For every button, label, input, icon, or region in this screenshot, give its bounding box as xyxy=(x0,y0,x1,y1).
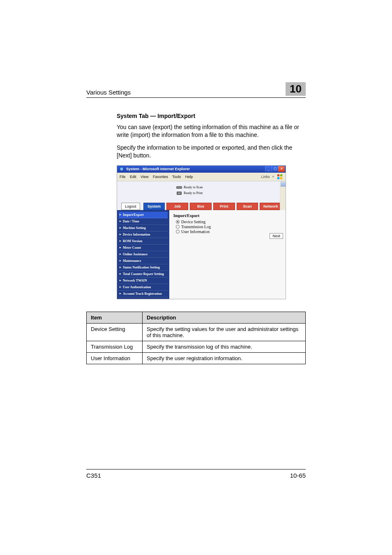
app-header-area: Ready to Scan Ready to Print Logout Syst… xyxy=(117,181,286,210)
table-header-description: Description xyxy=(143,312,306,323)
page-footer: C351 10-65 xyxy=(86,469,306,479)
svg-rect-1 xyxy=(277,174,279,176)
svg-rect-3 xyxy=(277,177,279,179)
scanner-icon xyxy=(176,185,182,190)
sidebar-item-import-export[interactable]: Import/Export xyxy=(119,212,168,218)
window-title: System - Microsoft Internet Explorer xyxy=(126,167,190,171)
option-device-setting[interactable]: Device Setting xyxy=(176,220,278,224)
sidebar-item-device-information[interactable]: Device Information xyxy=(119,231,168,238)
sidebar-item-maintenance[interactable]: Maintenance xyxy=(119,258,168,264)
next-button[interactable]: Next xyxy=(270,233,283,239)
radio-icon[interactable] xyxy=(176,230,180,234)
option-user-information[interactable]: User Information xyxy=(176,229,278,234)
svg-rect-2 xyxy=(280,174,282,176)
links-label[interactable]: Links xyxy=(261,175,270,179)
logout-button[interactable]: Logout xyxy=(121,203,140,210)
radio-icon[interactable] xyxy=(176,225,180,229)
minimize-button[interactable]: _ xyxy=(265,166,272,172)
description-table: Item Description Device Setting Specify … xyxy=(86,312,306,364)
sidebar-item-total-counter-report[interactable]: Total Counter Report Setting xyxy=(119,271,168,278)
embedded-screenshot: System - Microsoft Internet Explorer _ ▢… xyxy=(117,165,286,299)
menu-edit[interactable]: Edit xyxy=(130,175,136,179)
table-row: Device Setting Specify the setting value… xyxy=(87,323,306,341)
chapter-number-box: 10 xyxy=(286,82,306,96)
sidebar-item-status-notification[interactable]: Status Notification Setting xyxy=(119,264,168,271)
sidebar-item-meter-count[interactable]: Meter Count xyxy=(119,245,168,251)
menu-help[interactable]: Help xyxy=(185,175,193,179)
table-cell-item: Transmission Log xyxy=(87,341,143,352)
menu-view[interactable]: View xyxy=(141,175,148,179)
footer-page-number: 10-65 xyxy=(290,472,306,479)
table-row: User Information Specify the user regist… xyxy=(87,352,306,364)
tab-bar: Logout System Job Box Print Scan Network xyxy=(121,203,281,210)
header-text: Various Settings xyxy=(86,89,131,96)
content-title: Import/Export xyxy=(173,213,278,218)
table-cell-description: Specify the transmission log of this mac… xyxy=(143,341,306,352)
status-print-text: Ready to Print xyxy=(184,191,203,195)
sidebar: Import/Export Date / Time Machine Settin… xyxy=(117,210,169,299)
table-cell-item: User Information xyxy=(87,352,143,364)
option-label: Device Setting xyxy=(181,220,205,224)
svg-point-0 xyxy=(120,167,124,171)
status-print-row: Ready to Print xyxy=(176,191,281,195)
svg-rect-4 xyxy=(280,177,282,179)
tab-network[interactable]: Network xyxy=(260,203,281,210)
section-heading: System Tab — Import/Export xyxy=(117,113,306,119)
printer-icon xyxy=(176,191,182,195)
sidebar-item-machine-setting[interactable]: Machine Setting xyxy=(119,225,168,231)
links-chevron-icon[interactable]: » xyxy=(272,175,274,178)
app-body: Import/Export Date / Time Machine Settin… xyxy=(117,210,286,299)
option-label: Transmission Log xyxy=(181,224,211,229)
table-header-item: Item xyxy=(87,312,143,323)
window-titlebar: System - Microsoft Internet Explorer _ ▢… xyxy=(117,166,286,173)
tab-scan[interactable]: Scan xyxy=(237,203,258,210)
sidebar-item-rom-version[interactable]: ROM Version xyxy=(119,238,168,245)
table-row: Transmission Log Specify the transmissio… xyxy=(87,341,306,352)
ie-icon xyxy=(119,166,125,172)
menu-file[interactable]: File xyxy=(120,175,126,179)
table-cell-item: Device Setting xyxy=(87,323,143,341)
status-scan-row: Ready to Scan xyxy=(176,185,281,190)
footer-model: C351 xyxy=(86,472,101,479)
table-cell-description: Specify the user registration informatio… xyxy=(143,352,306,364)
tab-job[interactable]: Job xyxy=(166,203,188,210)
status-scan-text: Ready to Scan xyxy=(184,185,203,189)
maximize-button[interactable]: ▢ xyxy=(272,166,278,172)
body-paragraph: Specify the information to be imported o… xyxy=(117,144,306,160)
menu-tools[interactable]: Tools xyxy=(172,175,181,179)
option-transmission-log[interactable]: Transmission Log xyxy=(176,224,278,229)
tab-print[interactable]: Print xyxy=(213,203,235,210)
content-pane: Import/Export Device Setting Transmissio… xyxy=(169,210,286,299)
menu-favorites[interactable]: Favorites xyxy=(153,175,168,179)
sidebar-item-online-assistance[interactable]: Online Assistance xyxy=(119,251,168,258)
svg-rect-8 xyxy=(178,192,181,194)
sidebar-item-account-track-registration[interactable]: Account Track Registration xyxy=(119,291,168,297)
close-button[interactable]: ✕ xyxy=(278,166,285,172)
sidebar-item-network-twain[interactable]: Network TWAIN xyxy=(119,278,168,284)
option-label: User Information xyxy=(181,229,210,234)
tab-box[interactable]: Box xyxy=(190,203,212,210)
table-cell-description: Specify the setting values for the user … xyxy=(143,323,306,341)
windows-flag-icon xyxy=(277,173,283,180)
document-page: Various Settings 10 System Tab — Import/… xyxy=(0,0,392,555)
sidebar-item-user-authentication[interactable]: User Authentication xyxy=(119,284,168,291)
sidebar-item-date-time[interactable]: Date / Time xyxy=(119,218,168,225)
running-header: Various Settings 10 xyxy=(86,82,306,98)
svg-rect-6 xyxy=(177,187,182,188)
body-paragraph: You can save (export) the setting inform… xyxy=(117,123,306,139)
browser-menubar: File Edit View Favorites Tools Help Link… xyxy=(117,173,286,181)
radio-icon[interactable] xyxy=(176,220,180,224)
tab-system[interactable]: System xyxy=(143,203,165,210)
